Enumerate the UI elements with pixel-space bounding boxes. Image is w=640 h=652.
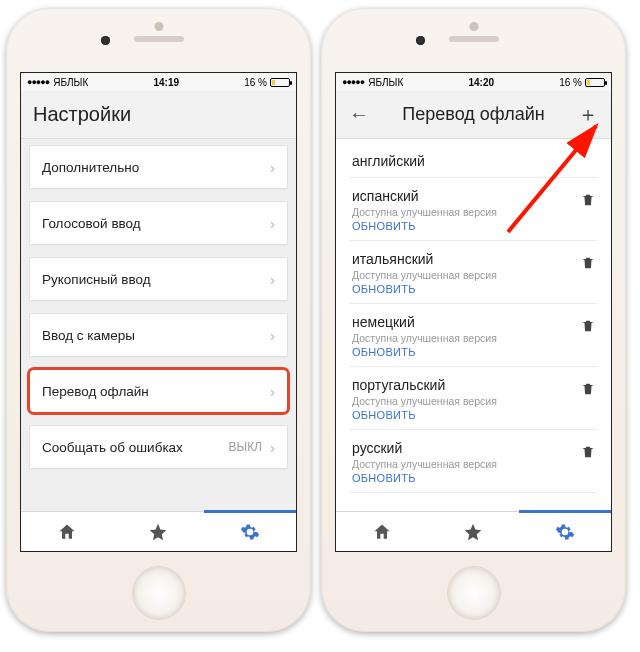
battery-indicator: 16 % [559,77,605,88]
settings-item[interactable]: Ввод с камеры› [29,313,288,357]
tab-bar [336,511,611,551]
trash-icon [581,192,595,208]
settings-item-label: Перевод офлайн [42,384,149,399]
signal-dots-icon: ●●●●● [342,77,364,87]
screen-offline: ●●●●● ЯБЛЫК 14:20 16 % ← Перевод офлайн … [335,72,612,552]
signal-dots-icon: ●●●●● [27,77,49,87]
delete-button[interactable] [581,255,595,275]
trash-icon [581,444,595,460]
delete-button[interactable] [581,192,595,212]
phone-right: ●●●●● ЯБЛЫК 14:20 16 % ← Перевод офлайн … [321,8,626,632]
battery-pct: 16 % [244,77,267,88]
language-row: английский [350,143,597,178]
back-button[interactable]: ← [348,103,370,126]
settings-list: Дополнительно›Голосовой ввод›Рукописный … [21,139,296,511]
language-name: английский [352,153,425,169]
settings-item-label: Голосовой ввод [42,216,141,231]
tab-home[interactable] [57,522,77,542]
settings-item-label: Сообщать об ошибках [42,440,183,455]
delete-button[interactable] [581,381,595,401]
settings-item[interactable]: Рукописный ввод› [29,257,288,301]
add-language-button[interactable]: ＋ [577,101,599,128]
battery-icon [585,78,605,87]
language-list: английскийиспанскийДоступна улучшенная в… [336,139,611,511]
settings-item-label: Дополнительно [42,160,139,175]
update-button[interactable]: ОБНОВИТЬ [352,472,497,484]
settings-item-label: Ввод с камеры [42,328,135,343]
language-row: итальянскийДоступна улучшенная версияОБН… [350,241,597,304]
update-button[interactable]: ОБНОВИТЬ [352,283,497,295]
home-button[interactable] [132,566,186,620]
gear-icon [240,522,260,542]
status-time: 14:19 [92,77,240,88]
page-title: Перевод офлайн [380,104,567,125]
chevron-right-icon: › [270,383,275,400]
header-offline: ← Перевод офлайн ＋ [336,91,611,139]
settings-item[interactable]: Дополнительно› [29,145,288,189]
language-row: испанскийДоступна улучшенная версияОБНОВ… [350,178,597,241]
delete-button[interactable] [581,444,595,464]
status-bar: ●●●●● ЯБЛЫК 14:20 16 % [336,73,611,91]
language-row: русскийДоступна улучшенная версияОБНОВИТ… [350,430,597,493]
tab-settings[interactable] [240,522,260,542]
page-title: Настройки [33,103,131,126]
phone-left: ●●●●● ЯБЛЫК 14:19 16 % Настройки Дополни… [6,8,311,632]
settings-item[interactable]: Сообщать об ошибкахВЫКЛ› [29,425,288,469]
language-name: испанский [352,188,497,204]
settings-item[interactable]: Голосовой ввод› [29,201,288,245]
trash-icon [581,255,595,271]
trash-icon [581,318,595,334]
home-button[interactable] [447,566,501,620]
tab-favorites[interactable] [463,522,483,542]
language-subtext: Доступна улучшенная версия [352,269,497,281]
tab-settings[interactable] [555,522,575,542]
tab-favorites[interactable] [148,522,168,542]
chevron-right-icon: › [270,327,275,344]
status-time: 14:20 [407,77,555,88]
language-subtext: Доступна улучшенная версия [352,458,497,470]
battery-indicator: 16 % [244,77,290,88]
chevron-right-icon: › [270,159,275,176]
language-name: немецкий [352,314,497,330]
language-name: русский [352,440,497,456]
star-icon [148,522,168,542]
battery-icon [270,78,290,87]
battery-pct: 16 % [559,77,582,88]
home-icon [372,522,392,542]
settings-item-aux: ВЫКЛ [229,440,263,454]
language-subtext: Доступна улучшенная версия [352,332,497,344]
chevron-right-icon: › [270,215,275,232]
delete-button[interactable] [581,318,595,338]
language-name: итальянский [352,251,497,267]
chevron-right-icon: › [270,439,275,456]
home-icon [57,522,77,542]
star-icon [463,522,483,542]
header-settings: Настройки [21,91,296,139]
language-name: португальский [352,377,497,393]
update-button[interactable]: ОБНОВИТЬ [352,220,497,232]
carrier-label: ЯБЛЫК [53,77,88,88]
settings-item-label: Рукописный ввод [42,272,151,287]
gear-icon [555,522,575,542]
language-subtext: Доступна улучшенная версия [352,395,497,407]
tab-home[interactable] [372,522,392,542]
language-row: португальскийДоступна улучшенная версияО… [350,367,597,430]
status-bar: ●●●●● ЯБЛЫК 14:19 16 % [21,73,296,91]
language-row: немецкийДоступна улучшенная версияОБНОВИ… [350,304,597,367]
chevron-right-icon: › [270,271,275,288]
settings-item[interactable]: Перевод офлайн› [29,369,288,413]
carrier-label: ЯБЛЫК [368,77,403,88]
screen-settings: ●●●●● ЯБЛЫК 14:19 16 % Настройки Дополни… [20,72,297,552]
update-button[interactable]: ОБНОВИТЬ [352,409,497,421]
trash-icon [581,381,595,397]
update-button[interactable]: ОБНОВИТЬ [352,346,497,358]
language-subtext: Доступна улучшенная версия [352,206,497,218]
tab-bar [21,511,296,551]
